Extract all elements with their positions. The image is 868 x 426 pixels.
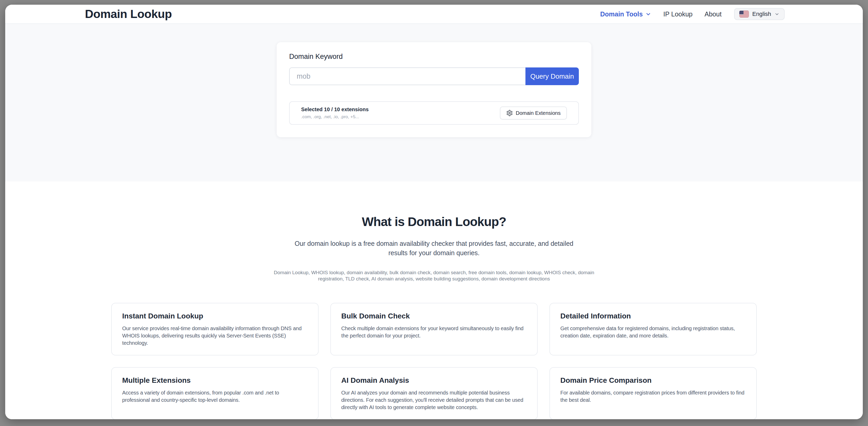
feature-title: Bulk Domain Check bbox=[341, 311, 527, 321]
feature-description: Get comprehensive data for registered do… bbox=[560, 325, 746, 339]
features-grid: Instant Domain Lookup Our service provid… bbox=[111, 303, 757, 419]
nav-about[interactable]: About bbox=[705, 10, 722, 18]
feature-card-price-comparison: Domain Price Comparison For available do… bbox=[549, 367, 757, 419]
section-heading: What is Domain Lookup? bbox=[5, 214, 863, 229]
feature-card-multiple-extensions: Multiple Extensions Access a variety of … bbox=[111, 367, 319, 419]
site-header: Domain Lookup Domain Tools IP Lookup Abo… bbox=[5, 5, 863, 24]
extensions-preview: .com, .org, .net, .io, .pro, +5... bbox=[301, 114, 369, 120]
domain-extensions-button-label: Domain Extensions bbox=[516, 110, 561, 116]
query-domain-button[interactable]: Query Domain bbox=[525, 67, 579, 85]
feature-description: Check multiple domain extensions for you… bbox=[341, 325, 527, 339]
feature-title: Domain Price Comparison bbox=[560, 375, 746, 385]
feature-description: Our service provides real-time domain av… bbox=[122, 325, 308, 347]
language-label: English bbox=[752, 11, 771, 18]
search-label: Domain Keyword bbox=[289, 53, 579, 61]
main-nav: Domain Tools IP Lookup About English bbox=[600, 8, 785, 20]
extensions-info: Selected 10 / 10 extensions .com, .org, … bbox=[301, 106, 369, 120]
extensions-summary: Selected 10 / 10 extensions bbox=[301, 106, 369, 112]
search-row: Query Domain bbox=[289, 67, 579, 85]
feature-card-ai-analysis: AI Domain Analysis Our AI analyzes your … bbox=[330, 367, 538, 419]
feature-card-instant-lookup: Instant Domain Lookup Our service provid… bbox=[111, 303, 319, 355]
gear-icon bbox=[506, 110, 513, 117]
nav-ip-lookup[interactable]: IP Lookup bbox=[663, 10, 692, 18]
about-section: What is Domain Lookup? Our domain lookup… bbox=[5, 182, 863, 419]
domain-keyword-input[interactable] bbox=[289, 67, 525, 85]
browser-page: Domain Lookup Domain Tools IP Lookup Abo… bbox=[5, 5, 863, 419]
nav-domain-tools[interactable]: Domain Tools bbox=[600, 10, 651, 18]
feature-title: Detailed Information bbox=[560, 311, 746, 321]
nav-domain-tools-label: Domain Tools bbox=[600, 10, 643, 18]
seo-keywords-text: Domain Lookup, WHOIS lookup, domain avai… bbox=[261, 269, 607, 282]
domain-extensions-button[interactable]: Domain Extensions bbox=[500, 106, 567, 120]
extensions-panel: Selected 10 / 10 extensions .com, .org, … bbox=[289, 101, 579, 125]
feature-title: AI Domain Analysis bbox=[341, 375, 527, 385]
chevron-down-icon bbox=[645, 11, 651, 17]
hero-section: Domain Keyword Query Domain Selected 10 … bbox=[5, 24, 863, 182]
feature-description: Our AI analyzes your domain and recommen… bbox=[341, 389, 527, 411]
feature-card-bulk-check: Bulk Domain Check Check multiple domain … bbox=[330, 303, 538, 355]
chevron-down-icon bbox=[774, 12, 779, 17]
section-subtitle: Our domain lookup is a free domain avail… bbox=[288, 239, 580, 258]
language-selector[interactable]: English bbox=[734, 8, 785, 20]
feature-title: Instant Domain Lookup bbox=[122, 311, 308, 321]
feature-description: Access a variety of domain extensions, f… bbox=[122, 389, 308, 404]
site-title: Domain Lookup bbox=[85, 7, 172, 21]
feature-title: Multiple Extensions bbox=[122, 375, 308, 385]
feature-card-detailed-info: Detailed Information Get comprehensive d… bbox=[549, 303, 757, 355]
us-flag-icon bbox=[739, 11, 749, 18]
feature-description: For available domains, compare registrat… bbox=[560, 389, 746, 404]
search-card: Domain Keyword Query Domain Selected 10 … bbox=[277, 42, 591, 137]
